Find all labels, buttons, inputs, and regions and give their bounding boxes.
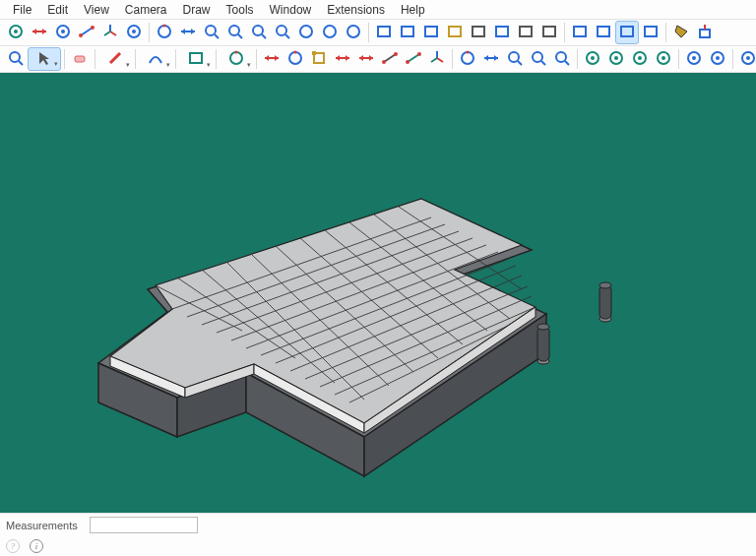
fog-tool[interactable] xyxy=(537,21,561,44)
entity-info-icon xyxy=(398,22,417,44)
svg-point-99 xyxy=(746,56,750,60)
menu-help[interactable]: Help xyxy=(394,2,432,18)
viewport-3d[interactable] xyxy=(0,73,756,513)
svg-line-46 xyxy=(19,61,23,65)
zoom-window-tool[interactable] xyxy=(247,21,271,44)
circle-icon xyxy=(226,48,246,71)
layers-tool[interactable] xyxy=(467,21,490,44)
flip-along-tool[interactable] xyxy=(28,21,51,44)
svg-rect-59 xyxy=(312,51,316,55)
scenes-tool[interactable] xyxy=(628,47,652,71)
materials-tool[interactable] xyxy=(652,47,675,71)
svg-marker-3 xyxy=(42,29,46,34)
position-camera-tool[interactable] xyxy=(294,21,318,44)
pan-tool[interactable] xyxy=(176,21,200,44)
axes-tool[interactable] xyxy=(98,21,122,44)
solid-1-tool[interactable] xyxy=(736,47,756,71)
menu-view[interactable]: View xyxy=(77,2,116,18)
eraser-tool[interactable] xyxy=(68,47,92,71)
svg-point-56 xyxy=(289,52,301,64)
orbit-tool[interactable] xyxy=(153,21,176,44)
pencil-tool[interactable] xyxy=(98,47,132,71)
svg-rect-36 xyxy=(496,27,508,36)
walk-tool[interactable] xyxy=(318,21,342,44)
zoom-tool[interactable] xyxy=(200,21,223,44)
sandbox-2-tool[interactable] xyxy=(706,47,729,71)
svg-rect-38 xyxy=(543,27,555,36)
entity-info-tool[interactable] xyxy=(396,21,419,44)
zoom-icon xyxy=(202,22,221,44)
arc-tool[interactable] xyxy=(139,47,172,71)
measurements-label: Measurements xyxy=(6,520,78,531)
scale-tool[interactable] xyxy=(307,47,331,71)
zoom-2-tool[interactable] xyxy=(503,47,527,71)
svg-marker-4 xyxy=(32,29,36,34)
orbit-icon xyxy=(155,22,174,44)
styles-tool[interactable] xyxy=(581,47,604,71)
svg-point-97 xyxy=(716,56,720,60)
shadows-icon xyxy=(516,22,536,44)
measurements-input[interactable] xyxy=(90,517,198,533)
fog-icon xyxy=(539,22,559,44)
axes-icon xyxy=(100,22,120,44)
svg-rect-37 xyxy=(520,27,532,36)
sandbox-1-tool[interactable] xyxy=(682,47,706,71)
materials-icon xyxy=(654,48,673,71)
protractor-tool[interactable] xyxy=(402,47,425,71)
geo-location-icon[interactable]: ? xyxy=(6,539,20,553)
separator xyxy=(64,49,65,69)
scenes-icon xyxy=(630,48,650,71)
look-around-tool[interactable] xyxy=(342,21,365,44)
rotate-tool[interactable] xyxy=(284,47,307,71)
menu-window[interactable]: Window xyxy=(263,2,319,18)
front-tool[interactable] xyxy=(615,21,639,44)
menu-camera[interactable]: Camera xyxy=(118,2,174,18)
mirror-tool[interactable] xyxy=(354,47,378,71)
push-pull-tool[interactable] xyxy=(693,21,717,44)
credits-info-icon[interactable]: i xyxy=(30,539,43,553)
svg-point-16 xyxy=(163,24,166,27)
tags-tool[interactable] xyxy=(604,47,628,71)
make-component-tool[interactable] xyxy=(4,21,28,44)
back-tool[interactable] xyxy=(639,21,662,44)
svg-line-25 xyxy=(262,34,266,38)
text-label-tool[interactable] xyxy=(122,21,146,44)
circle-tool[interactable] xyxy=(220,47,253,71)
extension-warehouse-tool[interactable] xyxy=(443,21,467,44)
svg-line-11 xyxy=(110,31,116,35)
outliner-tool[interactable] xyxy=(490,21,514,44)
menu-tools[interactable]: Tools xyxy=(220,2,261,18)
menu-edit[interactable]: Edit xyxy=(40,2,75,18)
axes-tool-tool[interactable] xyxy=(425,47,449,71)
iso-tool[interactable] xyxy=(568,21,592,44)
pan-2-tool[interactable] xyxy=(479,47,503,71)
paint-bucket-tool[interactable] xyxy=(669,21,693,44)
move-tool[interactable] xyxy=(260,47,284,71)
menu-extensions[interactable]: Extensions xyxy=(320,2,392,18)
menu-file[interactable]: File xyxy=(6,2,38,18)
tape-measure-tool[interactable] xyxy=(378,47,402,71)
pencil-icon xyxy=(105,48,125,71)
zoom-window-2-tool[interactable] xyxy=(550,47,574,71)
tape-measure-icon xyxy=(380,48,400,71)
move-icon xyxy=(262,48,282,71)
top-tool[interactable] xyxy=(592,21,615,44)
dimension-tool[interactable] xyxy=(75,21,98,44)
select-tool[interactable] xyxy=(28,47,61,71)
zoom-extents-2-tool[interactable] xyxy=(527,47,550,71)
rectangle-tool[interactable] xyxy=(179,47,213,71)
zoom-previous-tool[interactable] xyxy=(271,21,294,44)
search-tool[interactable] xyxy=(4,47,28,71)
model-info-tool[interactable] xyxy=(372,21,396,44)
zoom-previous-icon xyxy=(273,22,292,44)
offset-tool[interactable] xyxy=(331,47,354,71)
shadows-tool[interactable] xyxy=(514,21,537,44)
svg-point-28 xyxy=(300,26,312,37)
section-plane-tool[interactable] xyxy=(51,21,75,44)
3d-warehouse-tool[interactable] xyxy=(419,21,443,44)
svg-rect-40 xyxy=(598,27,609,36)
zoom-extents-tool[interactable] xyxy=(223,21,247,44)
orbit-2-tool[interactable] xyxy=(456,47,479,71)
svg-point-138 xyxy=(537,324,549,330)
menu-draw[interactable]: Draw xyxy=(176,2,218,18)
